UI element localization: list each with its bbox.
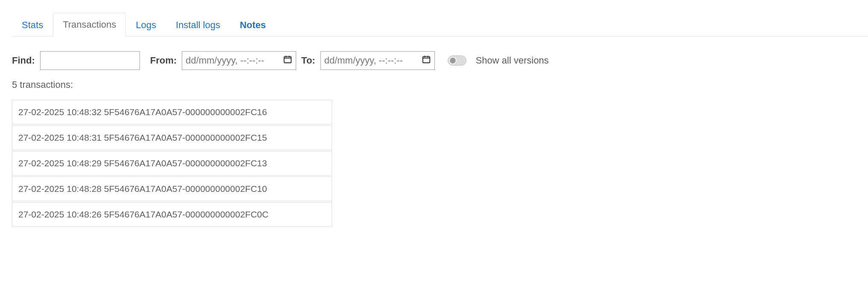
to-label: To: xyxy=(301,55,315,66)
transaction-id: 5F54676A17A0A57-000000000002FC13 xyxy=(104,158,267,168)
filter-bar: Find: From: dd/mm/yyyy, --:--:-- To: dd/… xyxy=(12,51,856,70)
transaction-row[interactable]: 27-02-2025 10:48:26 5F54676A17A0A57-0000… xyxy=(12,202,332,227)
svg-rect-1 xyxy=(422,57,430,63)
transaction-row[interactable]: 27-02-2025 10:48:32 5F54676A17A0A57-0000… xyxy=(12,100,332,125)
transaction-datetime: 27-02-2025 10:48:28 xyxy=(18,184,102,194)
show-all-versions-toggle[interactable] xyxy=(448,55,466,66)
from-date-placeholder: dd/mm/yyyy, --:--:-- xyxy=(186,55,264,66)
tab-transactions[interactable]: Transactions xyxy=(53,13,126,37)
transaction-datetime: 27-02-2025 10:48:29 xyxy=(18,158,102,168)
transaction-datetime: 27-02-2025 10:48:31 xyxy=(18,133,102,142)
calendar-icon[interactable] xyxy=(422,55,431,67)
toggle-knob xyxy=(449,57,457,64)
tab-stats[interactable]: Stats xyxy=(12,13,53,37)
transaction-id: 5F54676A17A0A57-000000000002FC0C xyxy=(104,209,268,219)
from-date-input[interactable]: dd/mm/yyyy, --:--:-- xyxy=(182,51,296,70)
transaction-row[interactable]: 27-02-2025 10:48:29 5F54676A17A0A57-0000… xyxy=(12,151,332,176)
find-input[interactable] xyxy=(40,51,140,70)
svg-rect-0 xyxy=(284,57,291,63)
calendar-icon[interactable] xyxy=(283,55,292,67)
to-date-input[interactable]: dd/mm/yyyy, --:--:-- xyxy=(320,51,435,70)
transaction-id: 5F54676A17A0A57-000000000002FC15 xyxy=(104,133,267,142)
transaction-list: 27-02-2025 10:48:32 5F54676A17A0A57-0000… xyxy=(12,100,332,227)
tab-bar: Stats Transactions Logs Install logs Not… xyxy=(12,13,868,37)
find-label: Find: xyxy=(12,55,35,66)
transaction-row[interactable]: 27-02-2025 10:48:31 5F54676A17A0A57-0000… xyxy=(12,125,332,150)
transaction-datetime: 27-02-2025 10:48:32 xyxy=(18,107,102,117)
transaction-id: 5F54676A17A0A57-000000000002FC16 xyxy=(104,107,267,117)
tab-logs[interactable]: Logs xyxy=(126,13,166,37)
from-label: From: xyxy=(150,55,177,66)
to-date-placeholder: dd/mm/yyyy, --:--:-- xyxy=(324,55,403,66)
transaction-row[interactable]: 27-02-2025 10:48:28 5F54676A17A0A57-0000… xyxy=(12,177,332,201)
tab-install-logs[interactable]: Install logs xyxy=(166,13,230,37)
transaction-count: 5 transactions: xyxy=(12,79,856,90)
transaction-id: 5F54676A17A0A57-000000000002FC10 xyxy=(104,184,267,194)
transaction-datetime: 27-02-2025 10:48:26 xyxy=(18,209,102,219)
show-all-versions-label: Show all versions xyxy=(476,55,549,66)
tab-notes[interactable]: Notes xyxy=(230,13,276,37)
